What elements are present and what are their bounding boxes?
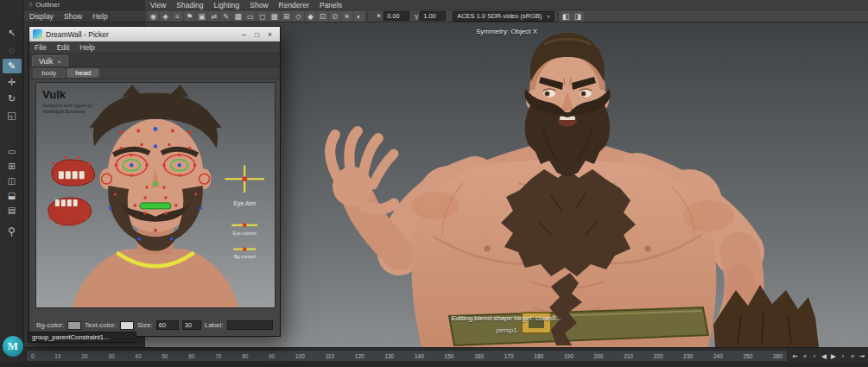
image-plane-icon[interactable]: ▣: [196, 11, 207, 22]
play-forwards-button[interactable]: ▶: [829, 351, 838, 362]
timeline-tick[interactable]: 90: [269, 353, 275, 359]
persp-outliner-layout-icon[interactable]: ◫: [3, 174, 22, 187]
maya-logo[interactable]: M: [3, 336, 23, 357]
safe-action-icon[interactable]: ◇: [293, 11, 304, 22]
range-slider[interactable]: [0, 363, 868, 367]
time-slider[interactable]: 0102030405060708090100110120130140150160…: [0, 347, 868, 363]
minimize-button[interactable]: –: [238, 28, 250, 40]
step-forward-frame-button[interactable]: ›: [839, 351, 847, 362]
gamma-icon[interactable]: γ: [415, 12, 418, 20]
frame-all-icon[interactable]: ⊡: [317, 11, 328, 22]
timeline-tick[interactable]: 120: [355, 353, 364, 359]
close-button[interactable]: ×: [263, 28, 276, 40]
lighting-icon[interactable]: ☀: [341, 11, 352, 22]
timeline-tick[interactable]: 190: [564, 353, 573, 359]
rotate-tool-icon[interactable]: ↻: [3, 92, 22, 106]
lock-camera-icon[interactable]: ◈: [160, 11, 171, 22]
tab-close-icon[interactable]: ×: [57, 58, 61, 66]
safe-title-icon[interactable]: ◆: [305, 11, 316, 22]
paint-select-tool-icon[interactable]: ✎: [3, 59, 22, 73]
outliner-menu-show[interactable]: Show: [59, 12, 87, 21]
hypershade-layout-icon[interactable]: ▤: [3, 204, 22, 217]
timeline-tick[interactable]: 210: [624, 353, 633, 359]
timeline-tick[interactable]: 0: [31, 353, 35, 359]
timeline-tick[interactable]: 250: [744, 353, 753, 359]
viewport-menu-view[interactable]: View: [145, 1, 171, 9]
timeline-tick[interactable]: 260: [773, 353, 782, 359]
timeline-tick[interactable]: 100: [295, 353, 305, 359]
field-chart-icon[interactable]: ⊞: [281, 11, 292, 22]
timeline-tick[interactable]: 160: [474, 353, 484, 359]
go-to-start-button[interactable]: ⇤: [791, 351, 800, 362]
timeline-tick[interactable]: 50: [162, 353, 168, 359]
picker-canvas[interactable]: Vulk Designed and rigged by Abdeldjalil …: [35, 82, 276, 308]
four-pane-layout-icon[interactable]: ⊞: [3, 160, 22, 173]
viewport-menu-lighting[interactable]: Lighting: [208, 1, 244, 9]
gamma-field[interactable]: 1.00: [420, 11, 446, 21]
step-back-frame-button[interactable]: ‹: [810, 351, 819, 362]
step-forward-key-button[interactable]: »: [848, 351, 857, 362]
outliner-menu-display[interactable]: Display: [24, 12, 59, 21]
timeline-tick[interactable]: 20: [81, 353, 87, 359]
bookmarks-icon[interactable]: ⚑: [184, 11, 195, 22]
resolution-gate-icon[interactable]: ◻: [257, 11, 268, 22]
play-backwards-button[interactable]: ◀: [820, 351, 828, 362]
shadows-icon[interactable]: ◐: [353, 11, 364, 22]
gate-mask-icon[interactable]: ▩: [269, 11, 280, 22]
helpline-field[interactable]: group_parentConstraint1...: [28, 332, 136, 343]
picker-menu-edit[interactable]: Edit: [52, 43, 75, 52]
view-transform-select[interactable]: ACES 1.0 SDR-video (sRGB) ▾: [453, 11, 554, 22]
picker-subtab-head[interactable]: head: [67, 68, 99, 78]
size-field-2[interactable]: [182, 320, 201, 330]
picker-subtab-body[interactable]: body: [33, 68, 65, 78]
picker-menu-help[interactable]: Help: [74, 43, 99, 52]
timeline-tick[interactable]: 220: [654, 353, 663, 359]
persp-graph-layout-icon[interactable]: ⬓: [3, 189, 22, 202]
picker-titlebar[interactable]: DreamWall - Picker –□×: [29, 27, 280, 41]
timeline-tick[interactable]: 40: [135, 353, 141, 359]
grid-icon[interactable]: ▦: [232, 11, 244, 22]
exposure-field[interactable]: 0.00: [383, 11, 409, 21]
grease-pencil-icon[interactable]: ✎: [220, 11, 231, 22]
eye-aim-control[interactable]: Eye Aim: [225, 165, 264, 207]
bg-color-swatch[interactable]: [67, 321, 81, 330]
timeline-tick[interactable]: 60: [188, 353, 194, 359]
viewport-menu-shading[interactable]: Shading: [171, 1, 208, 9]
select-camera-icon[interactable]: ◉: [148, 11, 159, 22]
move-tool-icon[interactable]: ✛: [3, 75, 22, 90]
picker-menu-file[interactable]: File: [29, 43, 52, 52]
zoom-tool-icon[interactable]: ⚲: [3, 224, 22, 238]
wireframe-display-icon[interactable]: ◧: [561, 11, 572, 22]
eye-control-slider[interactable]: Eye control: [231, 223, 257, 235]
camera-attributes-icon[interactable]: ≡: [172, 11, 183, 22]
go-to-end-button[interactable]: ⇥: [858, 351, 866, 362]
select-tool-icon[interactable]: ↖: [3, 26, 22, 41]
timeline-tick[interactable]: 180: [534, 353, 543, 359]
viewport-menu-show[interactable]: Show: [244, 1, 273, 9]
text-color-swatch[interactable]: [120, 321, 134, 330]
timeline-tick[interactable]: 10: [54, 353, 60, 359]
maximize-button[interactable]: □: [250, 28, 263, 40]
timeline-tick[interactable]: 110: [326, 353, 334, 359]
viewport-menu-renderer[interactable]: Renderer: [274, 1, 314, 9]
lower-teeth-control[interactable]: [48, 198, 92, 226]
timeline-tick[interactable]: 130: [384, 353, 394, 359]
shaded-display-icon[interactable]: ◨: [573, 11, 584, 22]
pan-zoom-icon[interactable]: ⇄: [208, 11, 219, 22]
timeline-tick[interactable]: 170: [504, 353, 514, 359]
outliner-menu-help[interactable]: Help: [87, 12, 112, 21]
step-back-key-button[interactable]: «: [801, 351, 809, 362]
timeline-tick[interactable]: 30: [108, 353, 114, 359]
timeline-tick[interactable]: 80: [242, 353, 248, 359]
timeline-tick[interactable]: 240: [713, 353, 723, 359]
lasso-tool-icon[interactable]: ◌: [3, 42, 22, 57]
viewport-menu-panels[interactable]: Panels: [314, 1, 347, 9]
timeline-tick[interactable]: 150: [445, 353, 454, 359]
size-field[interactable]: [156, 320, 179, 330]
single-pane-layout-icon[interactable]: ▭: [3, 145, 22, 158]
picker-tab-vulk[interactable]: Vulk ×: [32, 55, 68, 66]
exposure-icon[interactable]: ☀: [376, 12, 382, 20]
timeline-tick[interactable]: 230: [683, 353, 693, 359]
scale-tool-icon[interactable]: ◱: [3, 108, 22, 123]
frame-selected-icon[interactable]: ⊙: [329, 11, 340, 22]
